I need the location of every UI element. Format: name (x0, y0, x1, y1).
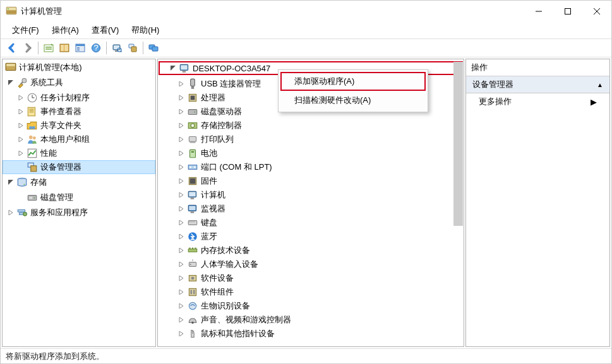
minimize-button[interactable] (524, 1, 553, 21)
nav-forward-icon[interactable] (20, 40, 35, 56)
expander-icon[interactable] (169, 64, 177, 73)
device-category-icon (187, 245, 198, 256)
properties-sheet-icon[interactable] (73, 40, 88, 56)
scan-hardware-icon[interactable] (109, 40, 124, 56)
expander-icon[interactable] (177, 315, 186, 324)
menu-view[interactable]: 查看(V) (85, 23, 125, 38)
tree-label: 事件查看器 (40, 106, 81, 117)
device-category[interactable]: 监视器 (158, 202, 464, 216)
device-category[interactable]: 软件组件 (158, 285, 464, 299)
svg-rect-60 (191, 79, 195, 86)
context-menu-item-scan-hardware[interactable]: 扫描检测硬件改动(A) (280, 91, 426, 110)
svg-rect-90 (192, 248, 193, 249)
expander-icon[interactable] (177, 274, 186, 283)
services-icon (16, 207, 28, 218)
tree-node-event-viewer[interactable]: 事件查看器 (3, 105, 155, 119)
svg-rect-85 (191, 221, 193, 223)
device-category-label: 处理器 (201, 92, 225, 103)
device-root-label: DESKTOP-OC3A547 (193, 64, 270, 73)
tree-node-services[interactable]: 服务和应用程序 (3, 206, 155, 220)
device-category[interactable]: 端口 (COM 和 LPT) (158, 160, 464, 174)
monitors-icon[interactable] (146, 40, 161, 56)
navigation-tree-panel: 计算机管理(本地) 系统工具 任务计划程序 事件查看器 共享文件夹 (2, 59, 156, 347)
expander-icon[interactable] (177, 107, 186, 116)
tree-node-storage[interactable]: 存储 (3, 175, 155, 189)
expander-icon[interactable] (177, 246, 186, 255)
device-category[interactable]: 电池 (158, 146, 464, 160)
svg-point-42 (29, 126, 32, 129)
device-category[interactable]: 打印队列 (158, 132, 464, 146)
tree-node-device-manager[interactable]: 设备管理器 (3, 160, 155, 174)
expander-icon[interactable] (16, 121, 25, 130)
expander-icon[interactable] (177, 288, 186, 296)
device-category[interactable]: 声音、视频和游戏控制器 (158, 313, 464, 327)
svg-rect-41 (30, 112, 34, 112)
device-category[interactable]: 键盘 (158, 216, 464, 230)
expander-icon[interactable] (177, 163, 186, 172)
svg-point-100 (191, 322, 193, 324)
tree-label: 共享文件夹 (40, 120, 81, 131)
device-category[interactable]: 存储控制器 (158, 119, 464, 132)
device-category[interactable]: 内存技术设备 (158, 244, 464, 257)
tree-node-local-users[interactable]: 本地用户和组 (3, 132, 155, 146)
expander-icon[interactable] (177, 191, 186, 199)
nav-back-icon[interactable] (4, 40, 20, 56)
tree-root[interactable]: 计算机管理(本地) (3, 61, 155, 74)
svg-rect-81 (189, 206, 195, 211)
menu-file[interactable]: 文件(F) (6, 23, 45, 38)
actions-more[interactable]: 更多操作 ▶ (466, 93, 609, 110)
tree-node-system-tools[interactable]: 系统工具 (3, 76, 155, 90)
tree-node-disk-management[interactable]: 磁盘管理 (3, 191, 155, 204)
expander-icon[interactable] (16, 93, 25, 102)
expander-icon[interactable] (177, 302, 186, 310)
expander-icon[interactable] (6, 78, 15, 87)
device-category[interactable]: 固件 (158, 174, 464, 188)
expander-icon[interactable] (177, 218, 186, 227)
expander-icon[interactable] (6, 208, 15, 217)
context-menu-item-add-driver[interactable]: 添加驱动程序(A) (280, 72, 426, 91)
expander-icon[interactable] (177, 232, 186, 241)
svg-rect-16 (76, 44, 85, 46)
navigation-tree[interactable]: 计算机管理(本地) 系统工具 任务计划程序 事件查看器 共享文件夹 (3, 59, 155, 222)
toolbar-separator (143, 42, 143, 54)
actions-section[interactable]: 设备管理器 ▲ (466, 76, 609, 93)
actions-section-label: 设备管理器 (472, 79, 513, 90)
device-category[interactable]: 生物识别设备 (158, 299, 464, 313)
expander-icon[interactable] (16, 135, 25, 144)
up-level-icon[interactable] (41, 40, 56, 56)
tree-node-performance[interactable]: 性能 (3, 146, 155, 160)
expander-icon[interactable] (177, 177, 186, 185)
svg-rect-61 (191, 86, 195, 89)
device-category[interactable]: 计算机 (158, 188, 464, 202)
expander-icon[interactable] (177, 260, 186, 269)
show-hide-tree-icon[interactable] (57, 40, 72, 56)
device-category-icon (187, 78, 198, 90)
expander-icon[interactable] (16, 149, 25, 158)
device-category[interactable]: 蓝牙 (158, 230, 464, 244)
tree-node-shared-folders[interactable]: 共享文件夹 (3, 119, 155, 132)
expander-icon[interactable] (177, 135, 186, 144)
scrollbar-thumb[interactable] (453, 62, 463, 226)
device-category-label: 鼠标和其他指针设备 (201, 328, 275, 339)
device-category[interactable]: 鼠标和其他指针设备 (158, 327, 464, 341)
expander-icon[interactable] (16, 107, 25, 116)
close-button[interactable] (582, 1, 611, 21)
device-category[interactable]: 软件设备 (158, 271, 464, 285)
expander-icon[interactable] (177, 149, 186, 158)
help-icon[interactable]: ? (88, 40, 104, 56)
expander-icon[interactable] (177, 79, 186, 88)
device-category-icon (187, 134, 198, 145)
device-category[interactable]: 人体学输入设备 (158, 257, 464, 271)
statusbar: 将新驱动程序添加到系统。 (1, 348, 611, 363)
menu-action[interactable]: 操作(A) (45, 23, 85, 38)
expander-icon[interactable] (177, 329, 186, 338)
expander-icon[interactable] (177, 121, 186, 130)
tree-node-task-scheduler[interactable]: 任务计划程序 (3, 91, 155, 105)
expander-icon[interactable] (6, 178, 15, 187)
maximize-button[interactable] (553, 1, 582, 21)
expander-icon[interactable] (177, 93, 186, 102)
devices-icon[interactable] (125, 40, 140, 56)
menu-help[interactable]: 帮助(H) (125, 23, 165, 38)
svg-rect-83 (188, 221, 197, 225)
expander-icon[interactable] (177, 204, 186, 213)
